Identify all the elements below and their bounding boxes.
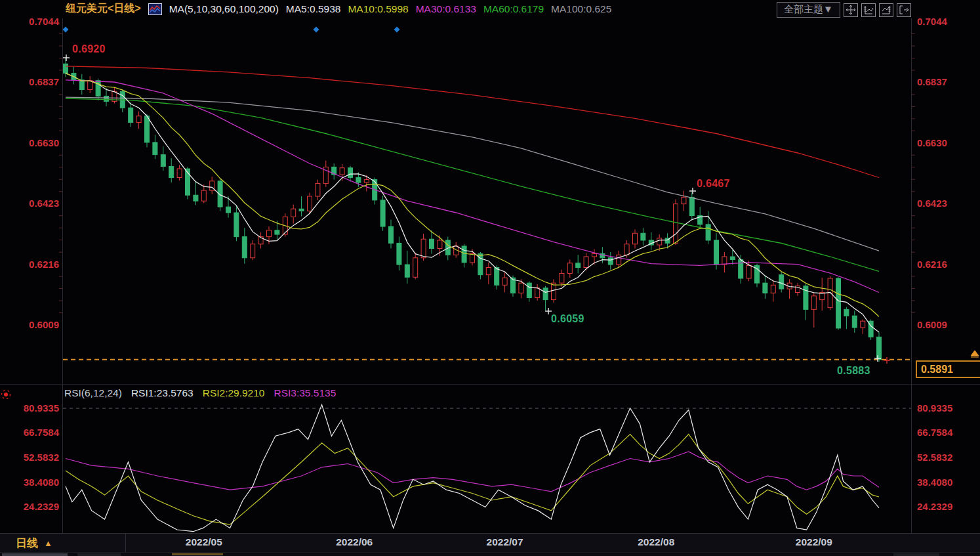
axis-label: 24.2329	[24, 501, 59, 512]
ma-line	[66, 66, 879, 178]
ma-settings-label: MA(5,10,30,60,100,200)	[169, 3, 279, 15]
candle-up	[177, 169, 182, 177]
high-annotation-start: 0.6920	[72, 43, 106, 55]
extreme-cross-marker	[884, 357, 890, 364]
candle-down	[844, 309, 849, 316]
price-pane	[64, 58, 882, 362]
ma30-value: MA30:0.6133	[416, 3, 476, 15]
bottom-tab[interactable]	[2, 553, 68, 556]
theme-dropdown[interactable]: 全部主题▼	[777, 2, 840, 18]
candle-down	[430, 239, 434, 248]
candle-up	[340, 168, 344, 175]
candle-down	[608, 258, 613, 265]
axis-label: 66.7584	[917, 427, 953, 438]
candle-up	[624, 244, 629, 255]
x-axis-label: 2022/05	[178, 536, 230, 548]
axis-label: 0.6423	[917, 198, 947, 209]
rsi-line-rsi1	[66, 405, 879, 532]
axis-label: 0.6630	[917, 137, 947, 148]
candle-up	[438, 240, 442, 248]
candle-down	[169, 167, 174, 178]
x-axis-label: 2022/06	[328, 536, 380, 548]
period-selector[interactable]: 日线 ▲	[16, 536, 52, 551]
candle-up	[633, 233, 638, 244]
kline-chart-icon	[148, 3, 162, 15]
ma100-value: MA100:0.625	[551, 3, 611, 15]
bottom-tab[interactable]	[77, 553, 121, 556]
divider	[125, 534, 126, 552]
candle-down	[153, 142, 157, 155]
rsi-header: RSI(6,12,24) RSI1:23.5763 RSI2:29.9210 R…	[64, 387, 336, 399]
candle-down	[234, 213, 239, 237]
candle-up	[308, 196, 312, 211]
candle-down	[145, 116, 150, 142]
candle-down	[730, 257, 735, 259]
current-price-tag: 0.5891	[916, 360, 980, 378]
axis-label: 0.6216	[917, 259, 947, 270]
axis-label: 80.9335	[917, 402, 952, 414]
extreme-cross-marker	[689, 188, 696, 194]
axis-label: 66.7584	[24, 427, 60, 438]
candle-down	[779, 275, 784, 289]
candle-up	[771, 285, 775, 293]
ma5-value: MA5:0.5938	[286, 3, 341, 15]
axis-label: 0.6009	[29, 319, 59, 330]
candle-down	[194, 195, 198, 201]
ma10-value: MA10:0.5998	[348, 3, 408, 15]
rsi-line-rsi3	[66, 452, 879, 492]
candle-down	[389, 226, 394, 243]
axis-label: 24.2329	[917, 501, 952, 512]
candle-up	[722, 257, 727, 265]
bottom-tab[interactable]	[893, 553, 939, 556]
candle-up	[421, 239, 426, 258]
indicator-dot-icon[interactable]	[1, 389, 12, 400]
candle-down	[380, 200, 385, 226]
candle-down	[129, 108, 133, 122]
x-axis-label: 2022/08	[630, 536, 682, 548]
axis-label: 52.5832	[917, 452, 952, 463]
candle-down	[242, 237, 247, 258]
high-annotation-august: 0.6467	[697, 178, 730, 190]
candle-down	[706, 225, 710, 240]
candle-down	[104, 96, 109, 101]
candle-down	[161, 155, 165, 167]
candle-down	[641, 233, 645, 240]
candle-up	[201, 190, 206, 201]
candle-down	[405, 265, 409, 277]
candle-down	[763, 283, 767, 293]
candle-up	[861, 321, 865, 328]
price-arrow-icon	[971, 351, 979, 357]
candle-down	[397, 243, 401, 265]
axis-label: 0.6837	[29, 76, 59, 87]
rsi3-value: RSI3:35.5135	[274, 387, 336, 399]
detach-window-icon[interactable]	[897, 3, 911, 17]
rsi-pane	[66, 405, 879, 532]
pan-move-icon[interactable]	[844, 3, 858, 17]
candle-up	[560, 273, 564, 283]
axis-label: 52.5832	[24, 452, 59, 463]
axis-label: 0.6837	[917, 76, 947, 87]
trading-app-window: 0.70440.70440.68370.68370.66300.66300.64…	[0, 0, 980, 556]
candlestick-chart[interactable]: 0.70440.70440.68370.68370.66300.66300.64…	[0, 0, 980, 533]
candle-down	[527, 283, 531, 297]
event-dot-icon	[313, 26, 319, 32]
right-scale-icon[interactable]	[879, 3, 893, 17]
x-axis-label: 2022/09	[788, 536, 840, 548]
bottom-tab[interactable]	[172, 553, 223, 556]
ma-line	[66, 74, 879, 333]
candle-down	[356, 177, 361, 182]
period-up-arrow-icon: ▲	[44, 538, 52, 548]
candle-up	[535, 288, 540, 298]
candle-up	[592, 254, 597, 257]
axis-label: 80.9335	[24, 402, 59, 414]
left-scale-icon[interactable]	[861, 3, 876, 17]
x-axis-label: 2022/07	[479, 536, 531, 548]
candle-up	[657, 238, 662, 245]
candle-down	[64, 64, 68, 73]
rsi1-value: RSI1:23.5763	[131, 387, 194, 399]
time-axis-bar: 日线 ▲ 2022/052022/062022/072022/082022/09	[0, 533, 980, 552]
candle-down	[714, 240, 719, 265]
candle-up	[584, 257, 588, 268]
axis-label: 0.6216	[29, 259, 59, 270]
symbol-title: 纽元美元<日线>	[66, 2, 141, 16]
